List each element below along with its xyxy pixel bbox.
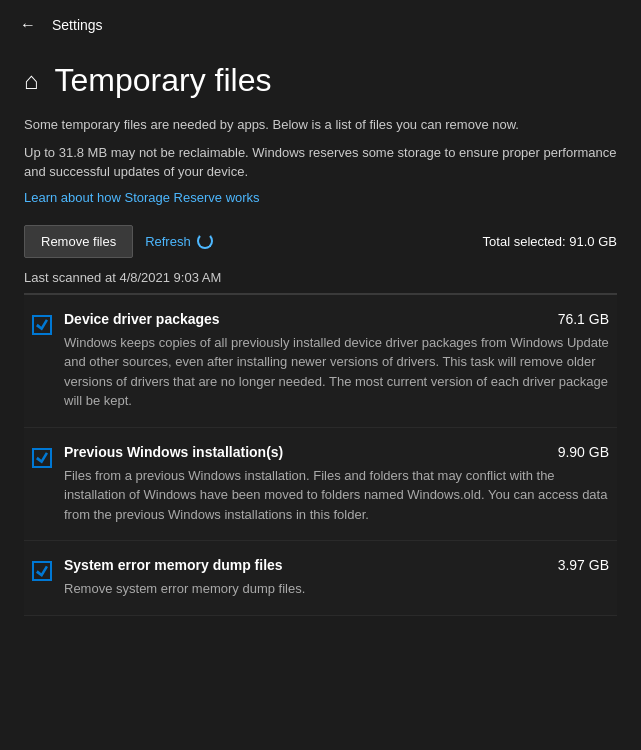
refresh-button[interactable]: Refresh (145, 233, 213, 249)
checkbox-icon-system-error-memory-dump (32, 561, 52, 581)
storage-reserve-note: Up to 31.8 MB may not be reclaimable. Wi… (24, 143, 617, 182)
file-name-device-driver-packages: Device driver packages (64, 311, 220, 327)
title-bar: ← Settings (0, 0, 641, 50)
file-info-device-driver-packages: Device driver packages76.1 GBWindows kee… (64, 311, 609, 411)
file-header-previous-windows-installation: Previous Windows installation(s)9.90 GB (64, 444, 609, 460)
home-icon: ⌂ (24, 67, 39, 95)
file-size-system-error-memory-dump: 3.97 GB (558, 557, 609, 573)
back-button[interactable]: ← (16, 12, 40, 38)
file-size-previous-windows-installation: 9.90 GB (558, 444, 609, 460)
content-area: Some temporary files are needed by apps.… (0, 107, 641, 624)
title-bar-label: Settings (52, 17, 103, 33)
last-scanned-text: Last scanned at 4/8/2021 9:03 AM (24, 270, 617, 285)
file-header-device-driver-packages: Device driver packages76.1 GB (64, 311, 609, 327)
file-list: Device driver packages76.1 GBWindows kee… (24, 293, 617, 616)
file-info-system-error-memory-dump: System error memory dump files3.97 GBRem… (64, 557, 609, 599)
file-info-previous-windows-installation: Previous Windows installation(s)9.90 GBF… (64, 444, 609, 525)
checkbox-system-error-memory-dump[interactable] (32, 561, 52, 581)
action-buttons-group: Remove files Refresh (24, 225, 213, 258)
total-selected-label: Total selected: 91.0 GB (483, 234, 617, 249)
file-name-system-error-memory-dump: System error memory dump files (64, 557, 283, 573)
file-item: Previous Windows installation(s)9.90 GBF… (24, 428, 617, 542)
description-text: Some temporary files are needed by apps.… (24, 115, 617, 135)
file-desc-previous-windows-installation: Files from a previous Windows installati… (64, 466, 609, 525)
file-header-system-error-memory-dump: System error memory dump files3.97 GB (64, 557, 609, 573)
action-bar: Remove files Refresh Total selected: 91.… (24, 225, 617, 258)
page-header: ⌂ Temporary files (0, 50, 641, 107)
file-size-device-driver-packages: 76.1 GB (558, 311, 609, 327)
refresh-label: Refresh (145, 234, 191, 249)
remove-files-button[interactable]: Remove files (24, 225, 133, 258)
checkbox-previous-windows-installation[interactable] (32, 448, 52, 468)
page-title: Temporary files (55, 62, 272, 99)
refresh-icon (197, 233, 213, 249)
file-desc-device-driver-packages: Windows keeps copies of all previously i… (64, 333, 609, 411)
file-item: System error memory dump files3.97 GBRem… (24, 541, 617, 616)
file-item: Device driver packages76.1 GBWindows kee… (24, 294, 617, 428)
checkbox-icon-previous-windows-installation (32, 448, 52, 468)
file-name-previous-windows-installation: Previous Windows installation(s) (64, 444, 283, 460)
learn-more-link[interactable]: Learn about how Storage Reserve works (24, 190, 617, 205)
checkbox-icon-device-driver-packages (32, 315, 52, 335)
file-desc-system-error-memory-dump: Remove system error memory dump files. (64, 579, 609, 599)
checkbox-device-driver-packages[interactable] (32, 315, 52, 335)
